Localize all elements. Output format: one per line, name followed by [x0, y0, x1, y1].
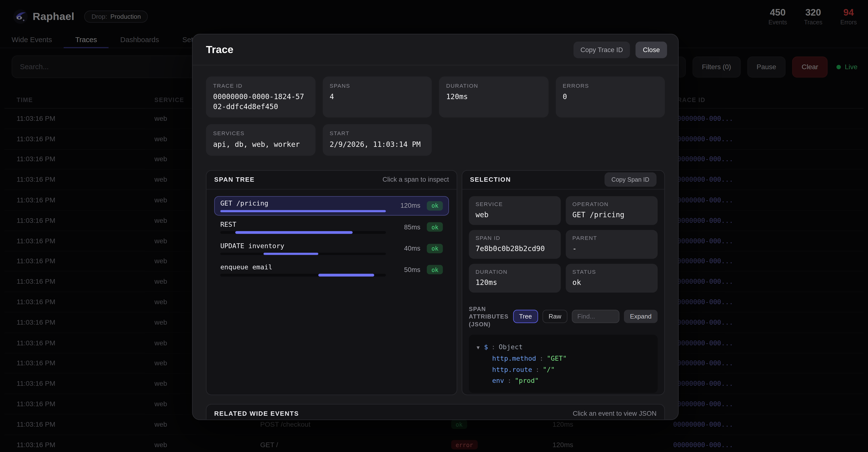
span-row[interactable]: UPDATE inventory 40ms ok [214, 239, 449, 258]
selection-title: SELECTION [470, 176, 511, 183]
selection-field: OPERATION GET /pricing [566, 196, 658, 225]
summary-card: TRACE ID 00000000-0000-1824-5702-ddfc4d8… [206, 77, 315, 118]
span-timeline-track [220, 210, 386, 213]
span-status-badge: ok [427, 222, 443, 232]
span-name: REST [220, 221, 386, 228]
json-key: http.method [492, 355, 536, 363]
span-timeline-track [220, 253, 386, 255]
json-value: "/" [543, 366, 555, 374]
selection-field: SPAN ID 7e8b0c0b28b2cd90 [469, 230, 561, 259]
span-timeline-bar [264, 253, 318, 255]
summary-card: SERVICES api, db, web, worker [206, 124, 315, 156]
span-timeline-track [220, 231, 386, 233]
span-row[interactable]: enqueue email 50ms ok [214, 260, 449, 280]
json-key: http.route [492, 366, 532, 374]
span-tree-title: SPAN TREE [214, 176, 255, 183]
span-duration: 40ms [394, 245, 421, 252]
trace-summary-cards: TRACE ID 00000000-0000-1824-5702-ddfc4d8… [206, 77, 664, 156]
json-value: "prod" [515, 377, 539, 385]
attributes-raw-toggle[interactable]: Raw [542, 310, 567, 323]
selection-panel: SELECTION Copy Span ID SERVICE web OPERA… [462, 170, 665, 395]
json-entry: env:"prod" [476, 375, 650, 387]
span-name: GET /pricing [220, 199, 386, 207]
summary-card: DURATION 120ms [439, 77, 548, 118]
summary-card: START 2/9/2026, 11:03:14 PM [322, 124, 432, 156]
span-timeline-bar [235, 231, 353, 233]
modal-title: Trace [206, 44, 233, 56]
json-root-type: Object [499, 343, 523, 351]
selection-fields: SERVICE web OPERATION GET /pricing SPAN … [469, 196, 657, 292]
json-entry: http.route:"/" [476, 364, 650, 375]
json-entries: http.method:"GET" http.route:"/" env:"pr… [476, 353, 650, 387]
json-root-key: $ [484, 343, 488, 351]
selection-field: PARENT - [566, 230, 658, 259]
close-button[interactable]: Close [636, 41, 667, 58]
attributes-tree-toggle[interactable]: Tree [513, 310, 538, 323]
copy-trace-id-button[interactable]: Copy Trace ID [574, 41, 630, 58]
json-root-line: ▼$:Object [476, 341, 650, 353]
span-timeline-bar [220, 210, 386, 213]
summary-card: SPANS 4 [322, 77, 432, 118]
attributes-find-input[interactable] [572, 310, 620, 323]
related-wide-events-panel: RELATED WIDE EVENTS Click an event to vi… [206, 404, 664, 420]
span-row[interactable]: REST 85ms ok [214, 217, 449, 237]
json-value: "GET" [547, 355, 567, 363]
span-row[interactable]: GET /pricing 120ms ok [214, 196, 449, 216]
modal-header: Trace Copy Trace ID Close [193, 34, 678, 65]
span-tree-hint: Click a span to inspect [382, 176, 449, 183]
span-attributes-json-viewer: ▼$:Object http.method:"GET" http.route:"… [469, 335, 657, 393]
span-duration: 120ms [394, 202, 421, 210]
attributes-expand-button[interactable]: Expand [624, 310, 657, 323]
span-status-badge: ok [427, 244, 443, 253]
trace-detail-modal: Trace Copy Trace ID Close TRACE ID 00000… [192, 34, 679, 420]
app-root: Raphael Drop: Production 450 Events 320 … [0, 0, 868, 452]
span-name: enqueue email [220, 263, 386, 271]
span-duration: 85ms [394, 223, 421, 231]
selection-field: DURATION 120ms [469, 263, 561, 292]
span-name: UPDATE inventory [220, 242, 386, 250]
span-attributes-toolbar: SPAN ATTRIBUTES (JSON) Tree Raw Expand [469, 305, 657, 328]
span-status-badge: ok [427, 201, 443, 211]
json-entry: http.method:"GET" [476, 353, 650, 364]
related-events-hint: Click an event to view JSON [573, 409, 656, 417]
span-duration: 50ms [394, 266, 421, 274]
span-tree-panel: SPAN TREE Click a span to inspect GET /p… [206, 170, 457, 395]
chevron-down-icon[interactable]: ▼ [476, 342, 479, 353]
span-timeline-bar [318, 274, 375, 276]
copy-span-id-button[interactable]: Copy Span ID [604, 172, 657, 187]
span-tree-rows: GET /pricing 120ms ok REST 85ms ok UPDAT… [207, 189, 457, 288]
span-status-badge: ok [427, 265, 443, 275]
related-events-title: RELATED WIDE EVENTS [214, 410, 299, 417]
selection-field: STATUS ok [566, 263, 658, 292]
json-key: env [492, 377, 504, 385]
span-timeline-track [220, 274, 386, 276]
span-attributes-label: SPAN ATTRIBUTES (JSON) [469, 305, 508, 328]
selection-field: SERVICE web [469, 196, 561, 225]
summary-card: ERRORS 0 [555, 77, 664, 118]
